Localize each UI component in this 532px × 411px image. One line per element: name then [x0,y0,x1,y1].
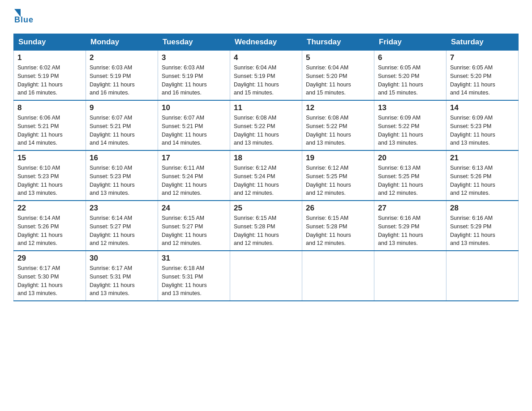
day-info: Sunrise: 6:17 AMSunset: 5:30 PMDaylight:… [17,264,82,298]
day-number: 20 [378,154,442,163]
weekday-header-saturday: Saturday [446,34,519,51]
calendar-cell: 27Sunrise: 6:16 AMSunset: 5:29 PMDayligh… [374,201,446,251]
day-number: 27 [378,204,442,213]
day-number: 3 [162,53,226,62]
calendar-cell: 13Sunrise: 6:09 AMSunset: 5:22 PMDayligh… [374,100,446,150]
calendar-cell: 21Sunrise: 6:13 AMSunset: 5:26 PMDayligh… [446,150,519,201]
day-number: 23 [90,204,154,213]
calendar-cell: 24Sunrise: 6:15 AMSunset: 5:27 PMDayligh… [158,201,230,251]
day-number: 17 [162,154,226,163]
day-info: Sunrise: 6:03 AMSunset: 5:19 PMDaylight:… [90,64,154,97]
calendar-cell: 18Sunrise: 6:12 AMSunset: 5:24 PMDayligh… [230,150,302,201]
day-number: 15 [17,154,82,163]
day-number: 29 [17,254,82,263]
calendar-cell: 8Sunrise: 6:06 AMSunset: 5:21 PMDaylight… [14,100,86,150]
calendar-cell: 11Sunrise: 6:08 AMSunset: 5:22 PMDayligh… [230,100,302,150]
calendar-week-row: 22Sunrise: 6:14 AMSunset: 5:26 PMDayligh… [14,201,519,251]
calendar-cell: 9Sunrise: 6:07 AMSunset: 5:21 PMDaylight… [86,100,158,150]
day-info: Sunrise: 6:14 AMSunset: 5:27 PMDaylight:… [90,214,154,248]
day-number: 7 [450,53,515,62]
day-number: 10 [162,103,226,112]
calendar-cell [446,251,519,301]
calendar-cell: 16Sunrise: 6:10 AMSunset: 5:23 PMDayligh… [86,150,158,201]
calendar-cell: 23Sunrise: 6:14 AMSunset: 5:27 PMDayligh… [86,201,158,251]
day-number: 26 [306,204,370,213]
calendar-cell [230,251,302,301]
day-number: 31 [162,254,226,263]
day-number: 13 [378,103,442,112]
calendar-cell: 7Sunrise: 6:05 AMSunset: 5:20 PMDaylight… [446,51,519,101]
day-number: 4 [234,53,298,62]
day-number: 9 [90,103,154,112]
day-number: 12 [306,103,370,112]
logo-underline: Blue [14,15,34,25]
calendar-cell [302,251,374,301]
day-info: Sunrise: 6:13 AMSunset: 5:25 PMDaylight:… [378,164,442,197]
day-info: Sunrise: 6:14 AMSunset: 5:26 PMDaylight:… [17,214,82,248]
day-info: Sunrise: 6:17 AMSunset: 5:31 PMDaylight:… [90,264,154,298]
day-info: Sunrise: 6:15 AMSunset: 5:28 PMDaylight:… [306,214,370,248]
day-info: Sunrise: 6:16 AMSunset: 5:29 PMDaylight:… [378,214,442,248]
calendar-cell: 10Sunrise: 6:07 AMSunset: 5:21 PMDayligh… [158,100,230,150]
day-info: Sunrise: 6:16 AMSunset: 5:29 PMDaylight:… [450,214,515,248]
day-info: Sunrise: 6:09 AMSunset: 5:22 PMDaylight:… [378,114,442,147]
day-info: Sunrise: 6:04 AMSunset: 5:19 PMDaylight:… [234,64,298,97]
day-number: 6 [378,53,442,62]
calendar-week-row: 15Sunrise: 6:10 AMSunset: 5:23 PMDayligh… [14,150,519,201]
day-info: Sunrise: 6:03 AMSunset: 5:19 PMDaylight:… [162,64,226,97]
day-info: Sunrise: 6:08 AMSunset: 5:22 PMDaylight:… [234,114,298,147]
calendar-cell: 1Sunrise: 6:02 AMSunset: 5:19 PMDaylight… [14,51,86,101]
day-info: Sunrise: 6:09 AMSunset: 5:23 PMDaylight:… [450,114,515,147]
calendar-cell: 12Sunrise: 6:08 AMSunset: 5:22 PMDayligh… [302,100,374,150]
day-info: Sunrise: 6:08 AMSunset: 5:22 PMDaylight:… [306,114,370,147]
calendar-cell: 25Sunrise: 6:15 AMSunset: 5:28 PMDayligh… [230,201,302,251]
calendar-cell: 15Sunrise: 6:10 AMSunset: 5:23 PMDayligh… [14,150,86,201]
day-info: Sunrise: 6:02 AMSunset: 5:19 PMDaylight:… [17,64,82,97]
day-info: Sunrise: 6:04 AMSunset: 5:20 PMDaylight:… [306,64,370,97]
calendar-week-row: 8Sunrise: 6:06 AMSunset: 5:21 PMDaylight… [14,100,519,150]
day-number: 19 [306,154,370,163]
weekday-header-row: SundayMondayTuesdayWednesdayThursdayFrid… [14,34,519,51]
day-info: Sunrise: 6:15 AMSunset: 5:27 PMDaylight:… [162,214,226,248]
day-number: 1 [17,53,82,62]
day-number: 21 [450,154,515,163]
calendar-cell: 14Sunrise: 6:09 AMSunset: 5:23 PMDayligh… [446,100,519,150]
day-number: 11 [234,103,298,112]
calendar-cell: 29Sunrise: 6:17 AMSunset: 5:30 PMDayligh… [14,251,86,301]
day-number: 8 [17,103,82,112]
weekday-header-tuesday: Tuesday [158,34,230,51]
calendar-cell [374,251,446,301]
day-number: 18 [234,154,298,163]
day-info: Sunrise: 6:06 AMSunset: 5:21 PMDaylight:… [17,114,82,147]
calendar-cell: 4Sunrise: 6:04 AMSunset: 5:19 PMDaylight… [230,51,302,101]
day-number: 24 [162,204,226,213]
day-number: 5 [306,53,370,62]
day-info: Sunrise: 6:05 AMSunset: 5:20 PMDaylight:… [378,64,442,97]
calendar-cell: 19Sunrise: 6:12 AMSunset: 5:25 PMDayligh… [302,150,374,201]
day-info: Sunrise: 6:13 AMSunset: 5:26 PMDaylight:… [450,164,515,197]
day-info: Sunrise: 6:11 AMSunset: 5:24 PMDaylight:… [162,164,226,197]
calendar-cell: 28Sunrise: 6:16 AMSunset: 5:29 PMDayligh… [446,201,519,251]
weekday-header-friday: Friday [374,34,446,51]
calendar-cell: 5Sunrise: 6:04 AMSunset: 5:20 PMDaylight… [302,51,374,101]
calendar-cell: 30Sunrise: 6:17 AMSunset: 5:31 PMDayligh… [86,251,158,301]
calendar-cell: 26Sunrise: 6:15 AMSunset: 5:28 PMDayligh… [302,201,374,251]
day-number: 16 [90,154,154,163]
logo: Blue [13,9,34,25]
day-info: Sunrise: 6:12 AMSunset: 5:24 PMDaylight:… [234,164,298,197]
day-number: 14 [450,103,515,112]
day-info: Sunrise: 6:15 AMSunset: 5:28 PMDaylight:… [234,214,298,248]
calendar-cell: 3Sunrise: 6:03 AMSunset: 5:19 PMDaylight… [158,51,230,101]
calendar-table: SundayMondayTuesdayWednesdayThursdayFrid… [13,34,519,301]
weekday-header-wednesday: Wednesday [230,34,302,51]
day-info: Sunrise: 6:18 AMSunset: 5:31 PMDaylight:… [162,264,226,298]
calendar-cell: 22Sunrise: 6:14 AMSunset: 5:26 PMDayligh… [14,201,86,251]
weekday-header-monday: Monday [86,34,158,51]
day-info: Sunrise: 6:10 AMSunset: 5:23 PMDaylight:… [17,164,82,197]
day-info: Sunrise: 6:10 AMSunset: 5:23 PMDaylight:… [90,164,154,197]
day-info: Sunrise: 6:07 AMSunset: 5:21 PMDaylight:… [162,114,226,147]
day-info: Sunrise: 6:05 AMSunset: 5:20 PMDaylight:… [450,64,515,97]
day-number: 30 [90,254,154,263]
day-number: 22 [17,204,82,213]
calendar-cell: 20Sunrise: 6:13 AMSunset: 5:25 PMDayligh… [374,150,446,201]
